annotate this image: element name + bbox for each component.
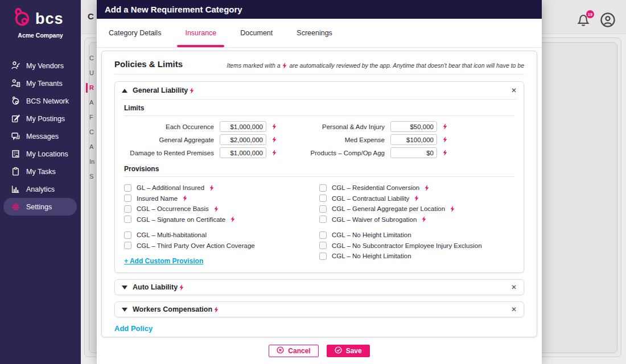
locations-icon bbox=[10, 149, 20, 159]
user-avatar-icon bbox=[600, 20, 616, 30]
limit-label: General Aggregate bbox=[124, 136, 214, 143]
auto-review-bolt-icon bbox=[443, 150, 450, 156]
provision-row: CGL – Signature on Certificate bbox=[124, 214, 319, 225]
bell-icon bbox=[576, 19, 591, 29]
policy-title: Auto Liability bbox=[133, 283, 184, 291]
sidebar: bcs Acme Company My Vendors My Tenants B… bbox=[0, 0, 81, 364]
checkbox[interactable] bbox=[124, 231, 131, 239]
policy-section-auto-liability: Auto Liability ✕ bbox=[114, 279, 524, 295]
sidebar-nav: My Vendors My Tenants BCS Network My Pos… bbox=[0, 57, 81, 216]
expand-icon[interactable] bbox=[122, 308, 127, 312]
policy-section-general-liability: General Liability ✕ Limits Each Occurenc… bbox=[114, 81, 524, 273]
notification-badge: 19 bbox=[586, 10, 594, 18]
auto-review-bolt-icon bbox=[272, 136, 279, 143]
auto-review-bolt-icon bbox=[443, 123, 450, 130]
checkbox[interactable] bbox=[319, 253, 327, 260]
auto-review-bolt-icon bbox=[414, 195, 419, 201]
brand-logo[interactable]: bcs bbox=[0, 0, 81, 31]
limit-input-damage-to-rented-premises[interactable] bbox=[220, 147, 266, 158]
account-button[interactable] bbox=[600, 12, 616, 30]
limit-label: Personal & Adv Injury bbox=[304, 123, 385, 130]
section-title: Policies & Limits bbox=[114, 59, 183, 69]
auto-review-bolt-icon bbox=[425, 185, 429, 191]
sidebar-item-label: Settings bbox=[26, 203, 52, 211]
backdrop-nav-fragment: In bbox=[89, 158, 97, 165]
cancel-button[interactable]: Cancel bbox=[269, 345, 318, 357]
add-requirement-category-modal: Add a New Requirement Category Category … bbox=[97, 0, 542, 364]
checkbox[interactable] bbox=[319, 242, 327, 249]
provision-row: CGL – Residential Conversion bbox=[319, 183, 514, 193]
backdrop-nav-fragment: F bbox=[89, 114, 97, 121]
auto-review-bolt-icon bbox=[272, 123, 279, 130]
collapse-icon[interactable] bbox=[122, 89, 127, 93]
limits-grid: Each Occurence General Aggregate Damage … bbox=[124, 121, 514, 158]
limit-input-med-expense[interactable] bbox=[390, 134, 437, 145]
checkbox[interactable] bbox=[124, 216, 131, 223]
checkbox[interactable] bbox=[319, 231, 327, 239]
modal-tabs: Category Details Insurance Document Scre… bbox=[97, 19, 542, 48]
limit-label: Damage to Rented Premises bbox=[124, 150, 214, 156]
tab-document[interactable]: Document bbox=[232, 19, 281, 47]
save-circle-check-icon bbox=[335, 346, 342, 355]
provision-row: CGL – Occurrence Basis bbox=[124, 204, 319, 214]
sidebar-item-my-tenants[interactable]: My Tenants bbox=[0, 75, 81, 92]
checkbox[interactable] bbox=[124, 195, 131, 202]
tasks-icon bbox=[10, 167, 20, 177]
limit-input-personal-adv-injury[interactable] bbox=[390, 121, 437, 132]
notifications-button[interactable]: 19 bbox=[576, 13, 591, 30]
remove-policy-icon[interactable]: ✕ bbox=[511, 283, 517, 291]
sidebar-item-my-tasks[interactable]: My Tasks bbox=[0, 163, 81, 180]
auto-review-note: Items marked with aare automatically rev… bbox=[227, 62, 524, 69]
backdrop-nav-fragment: A bbox=[89, 143, 97, 150]
sidebar-item-analytics[interactable]: Analytics bbox=[0, 180, 81, 198]
company-name: Acme Company bbox=[0, 32, 81, 39]
save-button[interactable]: Save bbox=[327, 345, 370, 357]
checkbox[interactable] bbox=[319, 216, 327, 223]
backdrop-nav-fragment: C bbox=[89, 129, 97, 135]
auto-review-bolt-icon bbox=[214, 307, 219, 313]
tenants-icon bbox=[10, 78, 20, 89]
policies-and-limits-card: Policies & Limits Items marked with aare… bbox=[101, 51, 537, 337]
sidebar-item-settings[interactable]: Settings bbox=[3, 198, 77, 216]
checkbox[interactable] bbox=[319, 205, 327, 213]
checkbox[interactable] bbox=[124, 184, 131, 192]
provision-row: CGL – No Subcontractor Employee Injury E… bbox=[319, 241, 514, 251]
expand-icon[interactable] bbox=[122, 286, 127, 289]
provision-row: CGL – Third Party Over Action Coverage bbox=[124, 241, 319, 251]
limit-label: Each Occurence bbox=[124, 123, 214, 130]
sidebar-item-label: Analytics bbox=[26, 185, 55, 193]
checkbox[interactable] bbox=[319, 195, 327, 202]
sidebar-item-label: BCS Network bbox=[26, 97, 69, 105]
remove-policy-icon[interactable]: ✕ bbox=[511, 305, 517, 313]
modal-title: Add a New Requirement Category bbox=[97, 0, 542, 19]
gear-icon bbox=[10, 202, 20, 212]
sidebar-item-my-locations[interactable]: My Locations bbox=[0, 145, 81, 163]
auto-review-bolt-icon bbox=[179, 284, 184, 291]
limit-label: Med Expense bbox=[304, 136, 385, 143]
provision-row: GL – Additional Insured bbox=[124, 183, 319, 193]
provision-row: CGL – General Aggregate per Location bbox=[319, 204, 514, 214]
remove-policy-icon[interactable]: ✕ bbox=[511, 86, 517, 94]
tab-category-details[interactable]: Category Details bbox=[101, 19, 169, 47]
limit-input-products-comp-op-agg[interactable] bbox=[390, 147, 437, 158]
sidebar-item-bcs-network[interactable]: BCS Network bbox=[0, 92, 81, 110]
sidebar-item-label: My Tasks bbox=[26, 168, 56, 176]
sidebar-item-label: Messages bbox=[26, 133, 59, 140]
provision-row: Insured Name bbox=[124, 193, 319, 204]
checkbox[interactable] bbox=[319, 184, 327, 192]
checkbox[interactable] bbox=[124, 205, 131, 213]
limit-input-general-aggregate[interactable] bbox=[220, 134, 266, 145]
sidebar-item-my-postings[interactable]: My Postings bbox=[0, 110, 81, 127]
sidebar-item-my-vendors[interactable]: My Vendors bbox=[0, 57, 81, 75]
sidebar-item-messages[interactable]: Messages bbox=[0, 127, 81, 145]
tab-insurance[interactable]: Insurance bbox=[177, 19, 224, 47]
auto-review-bolt-icon bbox=[282, 63, 287, 69]
bcs-logo-icon bbox=[11, 7, 32, 31]
tab-screenings[interactable]: Screenings bbox=[289, 19, 340, 47]
add-policy-link[interactable]: Add Policy bbox=[114, 324, 524, 333]
provisions-grid: GL – Additional Insured Insured Name CGL… bbox=[124, 183, 514, 266]
auto-review-bolt-icon bbox=[209, 185, 214, 191]
limit-input-each-occurence[interactable] bbox=[220, 121, 266, 132]
checkbox[interactable] bbox=[124, 242, 131, 249]
add-custom-provision-link[interactable]: + Add Custom Provision bbox=[124, 257, 203, 265]
